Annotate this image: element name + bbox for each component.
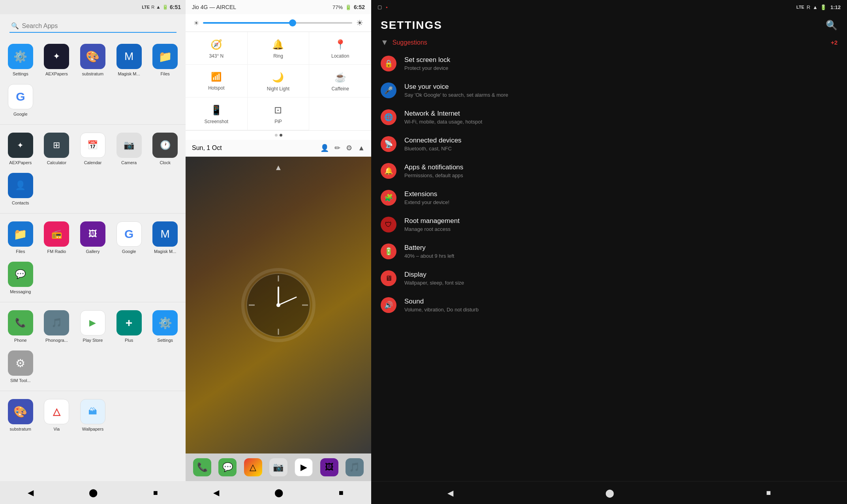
- app-icon-magisk: M: [116, 44, 142, 69]
- r-icon: R: [151, 5, 154, 9]
- settings-item-connected[interactable]: 📡 Connected devices Bluetooth, cast, NFC: [375, 131, 843, 157]
- extensions-title: Extensions: [404, 190, 838, 198]
- ring-icon: 🔔: [272, 39, 284, 50]
- app-gallery[interactable]: 🖼 Gallery: [75, 218, 110, 257]
- app-icon-phone: 📞: [8, 310, 33, 335]
- app-playstore[interactable]: ▶ Play Store: [75, 307, 110, 346]
- app-icon-substratum: 🎨: [80, 44, 105, 69]
- back-button[interactable]: ◀: [24, 485, 37, 500]
- mid-recents-button[interactable]: ■: [336, 485, 347, 500]
- notif-date: Sun, 1 Oct: [192, 144, 222, 152]
- tile-nightlight[interactable]: 🌙 Night Light: [248, 65, 310, 97]
- app-icon-google2: G: [116, 221, 142, 247]
- extensions-icon: 🧩: [381, 190, 396, 206]
- app-aexpapers[interactable]: ✦ AEXPapers: [39, 41, 74, 79]
- app-simtool[interactable]: ⚙ SIM Tool...: [3, 347, 38, 386]
- app-google[interactable]: G Google: [3, 81, 38, 120]
- notif-edit-icon[interactable]: ✏: [334, 144, 340, 152]
- search-input[interactable]: [22, 22, 175, 30]
- dock-messaging[interactable]: 💬: [218, 458, 237, 476]
- app-messaging[interactable]: 💬 Messaging: [3, 259, 38, 297]
- root-text: Root management Manage root access: [404, 217, 838, 232]
- app-wallpapers[interactable]: 🏔 Wallpapers: [75, 396, 110, 435]
- app-calculator[interactable]: ⊞ Calculator: [39, 129, 74, 168]
- right-status-bar: ▢ ● LTE R ▲ 🔋 1:12: [371, 0, 847, 14]
- app-files2[interactable]: 📁 Files: [3, 218, 38, 257]
- root-subtitle: Manage root access: [404, 226, 838, 232]
- app-phonograph[interactable]: 🎵 Phonogra...: [39, 307, 74, 346]
- app-substratum[interactable]: 🎨 substratum: [75, 41, 110, 79]
- app-aexpapers2[interactable]: ✦ AEXPapers: [3, 129, 38, 168]
- right-home-button[interactable]: ⬤: [602, 485, 617, 501]
- dock-playstore[interactable]: ▶: [295, 458, 313, 476]
- dock-via[interactable]: △: [244, 458, 262, 476]
- app-settings[interactable]: ⚙️ Settings: [3, 41, 38, 79]
- app-via[interactable]: △ Via: [39, 396, 74, 435]
- tile-ring[interactable]: 🔔 Ring: [248, 32, 310, 65]
- apps-icon: 🔔: [381, 163, 396, 179]
- app-label-magisk: Magisk M...: [118, 71, 140, 76]
- dock-phonograph[interactable]: 🎵: [346, 458, 364, 476]
- caffeine-icon: ☕: [334, 72, 346, 83]
- app-label-gallery: Gallery: [86, 249, 100, 254]
- notif-up-icon[interactable]: ▲: [358, 144, 365, 152]
- dock-gallery[interactable]: 🖼: [320, 458, 338, 476]
- settings-item-voice[interactable]: 🎤 Use your voice Say 'Ok Google' to sear…: [375, 77, 843, 104]
- tile-location[interactable]: 📍 Location: [309, 32, 371, 65]
- app-fmradio[interactable]: 📻 FM Radio: [39, 218, 74, 257]
- settings-item-sound[interactable]: 🔊 Sound Volume, vibration, Do not distur…: [375, 292, 843, 319]
- right-back-button[interactable]: ◀: [444, 485, 456, 501]
- recents-button[interactable]: ■: [150, 485, 161, 500]
- extensions-subtitle: Extend your device!: [404, 199, 838, 205]
- app-grid-row4: 📞 Phone 🎵 Phonogra... ▶ Play Store + Plu…: [0, 303, 186, 390]
- tile-pip[interactable]: ⊡ PiP: [248, 97, 310, 130]
- settings-item-extensions[interactable]: 🧩 Extensions Extend your device!: [375, 184, 843, 211]
- app-calendar[interactable]: 📅 Calendar: [75, 129, 110, 168]
- app-label-camera: Camera: [121, 160, 137, 165]
- divider2: [0, 213, 186, 214]
- app-substratum2[interactable]: 🎨 substratum: [3, 396, 38, 435]
- dock-phone[interactable]: 📞: [193, 458, 211, 476]
- app-camera[interactable]: 📷 Camera: [112, 129, 146, 168]
- brightness-thumb: [289, 19, 296, 26]
- notif-settings-icon[interactable]: ⚙: [346, 144, 352, 152]
- app-magisk2[interactable]: M Magisk M...: [148, 218, 182, 257]
- tile-navigation[interactable]: 🧭 343° N: [186, 32, 248, 65]
- suggestions-chevron[interactable]: ▼: [381, 38, 389, 47]
- mid-back-button[interactable]: ◀: [210, 485, 222, 500]
- app-phone[interactable]: 📞 Phone: [3, 307, 38, 346]
- brightness-slider[interactable]: [203, 22, 352, 24]
- tile-screenshot-label: Screenshot: [204, 119, 228, 124]
- notif-person-icon[interactable]: 👤: [320, 144, 329, 152]
- tile-nightlight-label: Night Light: [267, 86, 289, 92]
- dock-camera[interactable]: 📷: [269, 458, 287, 476]
- tile-hotspot[interactable]: 📶 Hotspot: [186, 65, 248, 97]
- suggestions-count: +2: [831, 39, 838, 46]
- app-plus[interactable]: + Plus: [112, 307, 146, 346]
- right-recents-button[interactable]: ■: [763, 485, 774, 500]
- right-nav-bar: ◀ ⬤ ■: [371, 481, 847, 504]
- tile-caffeine[interactable]: ☕ Caffeine: [309, 65, 371, 97]
- app-clock[interactable]: 🕐 Clock: [148, 129, 182, 168]
- app-settings2[interactable]: ⚙️ Settings: [148, 307, 182, 346]
- settings-item-root[interactable]: 🛡 Root management Manage root access: [375, 211, 843, 238]
- search-bar[interactable]: 🔍: [9, 20, 177, 33]
- tile-screenshot[interactable]: 📱 Screenshot: [186, 97, 248, 130]
- settings-item-display[interactable]: 🖥 Display Wallpaper, sleep, font size: [375, 265, 843, 292]
- connected-text: Connected devices Bluetooth, cast, NFC: [404, 137, 838, 152]
- app-google2[interactable]: G Google: [112, 218, 146, 257]
- mid-home-button[interactable]: ⬤: [271, 485, 286, 500]
- settings-item-screenlock[interactable]: 🔒 Set screen lock Protect your device: [375, 50, 843, 77]
- extensions-text: Extensions Extend your device!: [404, 190, 838, 205]
- home-button[interactable]: ⬤: [86, 485, 101, 500]
- right-battery-icon: 🔋: [820, 4, 826, 10]
- settings-item-network[interactable]: 🌐 Network & Internet Wi-Fi, mobile, data…: [375, 104, 843, 131]
- settings-item-apps[interactable]: 🔔 Apps & notifications Permissions, defa…: [375, 157, 843, 184]
- app-files[interactable]: 📁 Files: [148, 41, 182, 79]
- app-magisk[interactable]: M Magisk M...: [112, 41, 146, 79]
- app-contacts[interactable]: 👤 Contacts: [3, 170, 38, 208]
- settings-item-battery[interactable]: 🔋 Battery 40% – about 9 hrs left: [375, 238, 843, 265]
- settings-search-icon[interactable]: 🔍: [826, 20, 838, 31]
- app-icon-gallery: 🖼: [80, 221, 105, 247]
- app-icon-simtool: ⚙: [8, 350, 33, 376]
